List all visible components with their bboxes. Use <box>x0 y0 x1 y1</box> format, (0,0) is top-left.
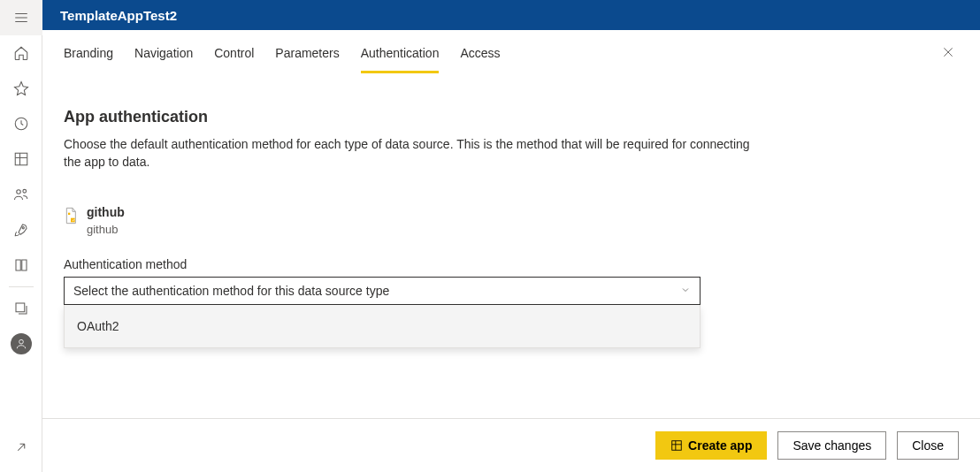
menu-icon[interactable] <box>0 0 42 35</box>
tab-authentication[interactable]: Authentication <box>361 34 440 73</box>
create-app-button[interactable]: Create app <box>655 431 767 460</box>
rail-separator <box>9 286 34 287</box>
tab-access[interactable]: Access <box>460 34 500 73</box>
svg-rect-7 <box>71 217 75 222</box>
chevron-down-icon <box>680 284 691 298</box>
auth-method-select[interactable]: Select the authentication method for thi… <box>64 277 701 305</box>
svg-point-6 <box>19 339 23 344</box>
tab-control[interactable]: Control <box>214 34 254 73</box>
svg-rect-5 <box>16 303 25 312</box>
create-app-label: Create app <box>688 438 752 453</box>
tab-branding[interactable]: Branding <box>64 34 113 73</box>
svg-rect-8 <box>672 441 682 451</box>
auth-option-oauth2[interactable]: OAuth2 <box>65 305 700 347</box>
auth-method-dropdown: OAuth2 <box>64 305 701 348</box>
auth-method-placeholder: Select the authentication method for thi… <box>73 284 389 298</box>
content-area: App authentication Choose the default au… <box>42 78 980 418</box>
close-icon[interactable] <box>938 42 959 65</box>
left-nav-rail <box>0 0 42 472</box>
data-source-subname: github <box>87 223 125 236</box>
svg-rect-1 <box>15 153 27 165</box>
data-source-icon <box>64 207 78 225</box>
auth-method-label: Authentication method <box>64 257 959 271</box>
app-title: TemplateAppTest2 <box>60 8 177 23</box>
tab-navigation[interactable]: Navigation <box>134 34 193 73</box>
home-icon[interactable] <box>0 35 42 71</box>
close-button[interactable]: Close <box>897 431 959 460</box>
tab-bar: Branding Navigation Control Parameters A… <box>64 34 938 73</box>
rocket-icon[interactable] <box>0 212 42 247</box>
svg-point-3 <box>22 189 26 193</box>
save-changes-label: Save changes <box>792 438 871 453</box>
stack-icon[interactable] <box>0 291 42 326</box>
save-changes-button[interactable]: Save changes <box>777 431 886 460</box>
section-heading: App authentication <box>64 108 959 126</box>
svg-point-4 <box>22 227 24 229</box>
tab-parameters[interactable]: Parameters <box>275 34 339 73</box>
avatar-icon[interactable] <box>0 326 42 362</box>
people-icon[interactable] <box>0 177 42 212</box>
footer-actions: Create app Save changes Close <box>42 418 980 472</box>
close-label: Close <box>912 438 944 453</box>
star-icon[interactable] <box>0 71 42 106</box>
book-icon[interactable] <box>0 247 42 283</box>
data-source-name: github <box>87 205 125 219</box>
app-header: TemplateAppTest2 <box>42 0 980 30</box>
expand-icon[interactable] <box>0 430 42 465</box>
grid-icon[interactable] <box>0 141 42 177</box>
section-description: Choose the default authentication method… <box>64 135 754 171</box>
clock-icon[interactable] <box>0 106 42 141</box>
svg-point-2 <box>16 190 20 194</box>
